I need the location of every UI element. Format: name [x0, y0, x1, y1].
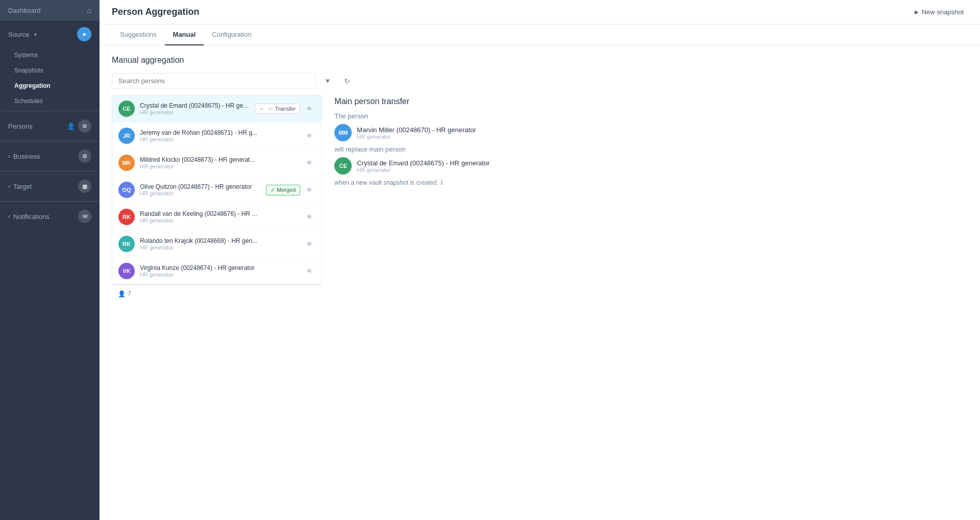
eye-button[interactable]: 👁: [303, 103, 315, 115]
chevron-notifications-icon: ‹: [8, 213, 10, 220]
eye-button[interactable]: 👁: [303, 157, 315, 169]
person-name: Randall van de Keeling (00248676) - HR .…: [140, 210, 298, 217]
person-sub: HR generator: [140, 163, 298, 169]
persons-count: 7: [128, 290, 131, 298]
source-icon-circle: ●: [77, 27, 91, 41]
eye-button[interactable]: 👁: [303, 130, 315, 142]
avatar: MK: [118, 155, 135, 171]
eye-button[interactable]: 👁: [303, 265, 315, 277]
avatar: CE: [118, 101, 135, 117]
tab-suggestions[interactable]: Suggestions: [112, 24, 165, 45]
will-replace-label: will replace main person: [334, 145, 968, 153]
sidebar-item-systems[interactable]: Systems: [0, 47, 100, 63]
sidebar-section-business[interactable]: ‹ Business ⚙: [0, 143, 100, 169]
sidebar-item-snapshots[interactable]: Snapshots: [0, 63, 100, 78]
sidebar-section-persons[interactable]: Persons 👤 ⚙: [0, 113, 100, 139]
search-input[interactable]: [112, 73, 316, 89]
eye-button[interactable]: 👁: [303, 184, 315, 196]
person-actions: 👁: [303, 238, 315, 250]
persons-list-column: CE Crystal de Emard (00248675) - HR gene…: [112, 95, 322, 303]
sidebar-persons-label: Persons: [8, 122, 33, 130]
person-name: Jeremy van de Rohan (00248671) - HR g...: [140, 129, 298, 136]
list-item[interactable]: VK Virginia Kunze (00248674) - HR genera…: [112, 258, 322, 284]
person-name: Olive Quitzon (00248677) - HR generator: [140, 183, 261, 190]
person-list: CE Crystal de Emard (00248675) - HR gene…: [112, 95, 322, 285]
filter-icon: ▼: [325, 77, 331, 85]
transfer-panel-content: Main person transfer The person MM Marvi…: [334, 95, 968, 188]
source-person-sub: HR generator: [357, 134, 476, 140]
sidebar-business-label: Business: [13, 153, 40, 160]
sidebar-item-dashboard[interactable]: Dashboard ⌂: [0, 0, 100, 21]
transfer-detail-panel: Main person transfer The person MM Marvi…: [334, 95, 968, 303]
persons-settings-icon: ⚙: [82, 123, 87, 130]
person-actions: 👁: [303, 157, 315, 169]
person-sub: HR generator: [140, 244, 298, 251]
person-name: Crystal de Emard (00248675) - HR gener..…: [140, 102, 250, 109]
person-sub: HR generator: [140, 136, 298, 142]
filter-button[interactable]: ▼: [320, 73, 335, 89]
sidebar-divider-2: [0, 141, 100, 141]
target-person-sub: HR generator: [357, 167, 489, 173]
sidebar-item-schedules[interactable]: Schedules: [0, 93, 100, 109]
list-item[interactable]: JR Jeremy van de Rohan (00248671) - HR g…: [112, 122, 322, 150]
chevron-target-icon: ‹: [8, 183, 10, 190]
person-actions: 👁: [303, 265, 315, 277]
person-info: Crystal de Emard (00248675) - HR gener..…: [140, 102, 250, 115]
person-name: Rolando ten Krajcik (00248669) - HR gen.…: [140, 237, 298, 244]
target-person-info: Crystal de Emard (00248675) - HR generat…: [357, 159, 489, 173]
chevron-business-icon: ‹: [8, 153, 10, 160]
notifications-mail-icon: ✉: [83, 213, 87, 220]
business-action-icon[interactable]: ⚙: [78, 150, 91, 163]
list-item[interactable]: RK Rolando ten Krajcik (00248669) - HR g…: [112, 231, 322, 258]
home-icon: ⌂: [87, 6, 91, 15]
sidebar-divider-3: [0, 171, 100, 171]
info-icon: ℹ: [440, 179, 443, 186]
person-actions: 👁: [303, 130, 315, 142]
page-title: Person Aggregation: [112, 7, 199, 17]
sidebar: Dashboard ⌂ Source ▾ ● Systems Snapshots…: [0, 0, 100, 520]
chevron-source-icon: ▾: [34, 32, 37, 37]
sidebar-notifications-label: Notifications: [13, 213, 50, 220]
content-area: Manual aggregation ▼ ↻ CE Crystal de Ema…: [100, 45, 980, 520]
list-item[interactable]: RK Randall van de Keeling (00248676) - H…: [112, 204, 322, 231]
avatar: RK: [118, 209, 135, 225]
list-item[interactable]: OQ Olive Quitzon (00248677) - HR generat…: [112, 177, 322, 204]
search-bar: ▼ ↻: [112, 73, 968, 89]
avatar: VK: [118, 263, 135, 279]
notifications-action-icon[interactable]: ✉: [78, 210, 91, 223]
target-person-avatar: CE: [334, 157, 352, 175]
eye-button[interactable]: 👁: [303, 211, 315, 223]
play-icon: ▶: [915, 9, 919, 15]
arrow-left-icon: ←: [259, 106, 265, 112]
person-actions: ← ← Transfer 👁: [255, 103, 315, 115]
merged-badge: ✓ Merged: [266, 185, 300, 195]
target-person-name: Crystal de Emard (00248675) - HR generat…: [357, 159, 489, 167]
person-actions: ✓ Merged 👁: [266, 184, 315, 196]
persons-count-icon: 👤: [118, 290, 126, 298]
person-sub: HR generator: [140, 109, 250, 115]
list-item[interactable]: MK Mildred Klocko (00248673) - HR genera…: [112, 150, 322, 177]
person-info: Olive Quitzon (00248677) - HR generator …: [140, 183, 261, 196]
refresh-button[interactable]: ↻: [339, 73, 355, 89]
new-snapshot-button[interactable]: ▶ New snapshot: [911, 6, 968, 18]
transfer-button[interactable]: ← ← Transfer: [255, 104, 300, 114]
person-sub: HR generator: [140, 271, 298, 278]
list-item[interactable]: CE Crystal de Emard (00248675) - HR gene…: [112, 95, 322, 122]
tab-manual[interactable]: Manual: [165, 24, 204, 45]
person-info: Mildred Klocko (00248673) - HR generat..…: [140, 156, 298, 169]
person-actions: 👁: [303, 211, 315, 223]
sidebar-section-notifications[interactable]: ‹ Notifications ✉: [0, 204, 100, 229]
persons-action-icon[interactable]: ⚙: [78, 119, 91, 133]
sidebar-section-source[interactable]: Source ▾ ●: [0, 21, 100, 47]
eye-button[interactable]: 👁: [303, 238, 315, 250]
source-person-avatar: MM: [334, 124, 352, 141]
sidebar-item-aggregation[interactable]: Aggregation: [0, 78, 100, 93]
sidebar-section-target[interactable]: ‹ Target ▦: [0, 174, 100, 199]
refresh-icon: ↻: [344, 77, 350, 85]
target-action-icon[interactable]: ▦: [78, 180, 91, 193]
sidebar-target-label: Target: [13, 183, 32, 190]
tab-bar: Suggestions Manual Configuration: [100, 24, 980, 45]
target-grid-icon: ▦: [82, 183, 87, 190]
source-icon-glyph: ●: [82, 31, 86, 38]
tab-configuration[interactable]: Configuration: [204, 24, 259, 45]
